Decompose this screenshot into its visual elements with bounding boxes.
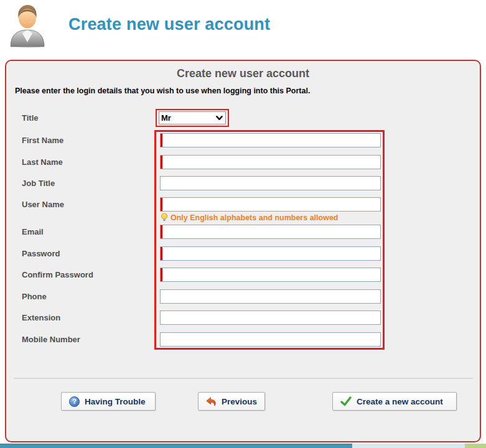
help-icon: ?	[69, 396, 80, 407]
extension-input[interactable]	[160, 310, 381, 325]
last-name-input[interactable]	[160, 155, 381, 169]
user-name-hint: Only English alphabets and numbers allow…	[161, 213, 339, 222]
confirm-password-input[interactable]	[160, 268, 381, 282]
previous-label: Previous	[222, 397, 257, 406]
password-input[interactable]	[160, 246, 381, 261]
last-name-label: Last Name	[22, 157, 63, 168]
user-name-input[interactable]	[160, 197, 381, 212]
phone-label: Phone	[22, 291, 47, 302]
job-title-input[interactable]	[160, 176, 381, 190]
back-arrow-icon	[206, 396, 217, 408]
job-title-label: Job Title	[22, 178, 55, 189]
title-select[interactable]: Mr	[159, 111, 226, 124]
strip-pale-segment	[352, 444, 465, 448]
user-name-label: User Name	[22, 199, 64, 210]
having-trouble-label: Having Trouble	[85, 397, 146, 406]
check-icon	[340, 396, 352, 406]
create-account-label: Create a new account	[357, 397, 443, 406]
title-select-highlight: Mr	[156, 109, 229, 127]
footer-divider	[14, 378, 473, 379]
form-title: Create new user account	[6, 67, 480, 80]
email-input[interactable]	[160, 225, 381, 239]
user-avatar-icon	[7, 4, 47, 49]
having-trouble-button[interactable]: ? Having Trouble	[61, 392, 156, 411]
phone-input[interactable]	[160, 289, 381, 304]
title-label: Title	[22, 113, 39, 124]
user-name-hint-text: Only English alphabets and numbers allow…	[171, 213, 339, 222]
page-title: Create new user account	[68, 15, 270, 34]
mobile-number-input[interactable]	[160, 332, 381, 347]
previous-button[interactable]: Previous	[198, 392, 265, 411]
first-name-input[interactable]	[160, 133, 381, 147]
strip-green-segment	[465, 444, 486, 448]
create-account-button[interactable]: Create a new account	[332, 392, 457, 411]
confirm-password-label: Confirm Password	[22, 269, 93, 281]
mobile-number-label: Mobile Number	[22, 334, 80, 345]
create-account-panel: Create new user account Please enter the…	[5, 60, 481, 442]
email-label: Email	[22, 226, 44, 238]
extension-label: Extension	[22, 312, 60, 324]
form-subtitle: Please enter the login details that you …	[15, 86, 310, 95]
page-header: Create new user account	[0, 0, 486, 57]
password-label: Password	[22, 248, 60, 259]
strip-teal-segment	[0, 444, 352, 448]
bottom-strip	[0, 444, 486, 448]
first-name-label: First Name	[22, 135, 63, 146]
